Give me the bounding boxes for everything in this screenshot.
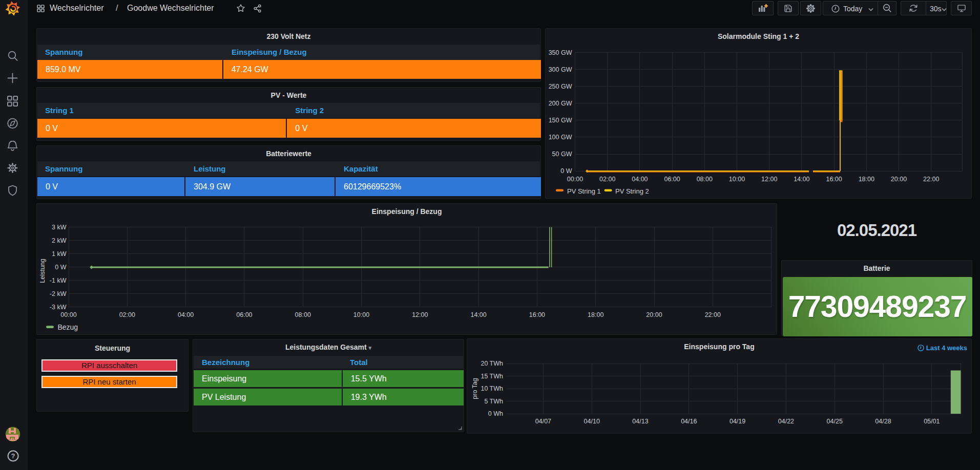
svg-text:00:00: 00:00 bbox=[567, 176, 583, 183]
svg-text:22:00: 22:00 bbox=[705, 311, 721, 318]
svg-text:18:00: 18:00 bbox=[588, 311, 603, 318]
svg-text:04/25: 04/25 bbox=[827, 418, 843, 425]
svg-text:5 TWh: 5 TWh bbox=[484, 398, 503, 405]
svg-text:16:00: 16:00 bbox=[529, 311, 545, 318]
svg-text:04/22: 04/22 bbox=[778, 418, 794, 425]
svg-text:250 GW: 250 GW bbox=[549, 83, 572, 90]
svg-text:04/16: 04/16 bbox=[681, 418, 697, 425]
svg-text:Leistung: Leistung bbox=[39, 259, 46, 283]
svg-text:06:00: 06:00 bbox=[664, 176, 680, 183]
svg-text:PV String 1: PV String 1 bbox=[567, 187, 601, 195]
svg-text:3 kW: 3 kW bbox=[52, 224, 67, 231]
svg-text:50 GW: 50 GW bbox=[552, 151, 572, 158]
svg-text:1 kW: 1 kW bbox=[52, 250, 67, 258]
svg-text:PV String 2: PV String 2 bbox=[615, 187, 649, 195]
svg-text:22:00: 22:00 bbox=[923, 176, 939, 183]
svg-text:04/10: 04/10 bbox=[584, 418, 600, 425]
svg-text:0 Wh: 0 Wh bbox=[488, 410, 503, 417]
svg-text:12:00: 12:00 bbox=[761, 176, 777, 183]
svg-text:10:00: 10:00 bbox=[729, 176, 745, 183]
svg-text:18:00: 18:00 bbox=[859, 176, 874, 183]
svg-text:08:00: 08:00 bbox=[697, 176, 713, 183]
svg-text:10:00: 10:00 bbox=[353, 311, 369, 318]
svg-text:Bezug: Bezug bbox=[57, 323, 78, 331]
svg-text:-3 kW: -3 kW bbox=[50, 304, 67, 311]
svg-text:14:00: 14:00 bbox=[794, 176, 809, 183]
svg-text:0 W: 0 W bbox=[560, 167, 572, 175]
svg-text:14:00: 14:00 bbox=[470, 311, 486, 318]
svg-text:04/13: 04/13 bbox=[632, 418, 648, 425]
svg-text:12:00: 12:00 bbox=[412, 311, 428, 318]
svg-text:02:00: 02:00 bbox=[599, 176, 615, 183]
svg-text:100 GW: 100 GW bbox=[549, 134, 572, 141]
svg-text:20 TWh: 20 TWh bbox=[481, 360, 503, 367]
svg-text:00:00: 00:00 bbox=[60, 311, 76, 318]
svg-text:-2 kW: -2 kW bbox=[50, 290, 67, 297]
svg-text:20:00: 20:00 bbox=[891, 176, 907, 183]
svg-text:04:00: 04:00 bbox=[178, 311, 194, 318]
svg-text:02:00: 02:00 bbox=[119, 311, 135, 318]
svg-text:pro Tag: pro Tag bbox=[471, 378, 478, 399]
svg-text:05/01: 05/01 bbox=[924, 418, 940, 425]
svg-text:08:00: 08:00 bbox=[295, 311, 311, 318]
svg-text:350 GW: 350 GW bbox=[549, 49, 572, 56]
svg-text:2 kW: 2 kW bbox=[52, 237, 67, 244]
svg-text:0 W: 0 W bbox=[55, 264, 66, 271]
svg-text:04/19: 04/19 bbox=[729, 418, 745, 425]
svg-text:300 GW: 300 GW bbox=[549, 66, 572, 73]
svg-text:?: ? bbox=[11, 452, 15, 460]
svg-text:04/07: 04/07 bbox=[535, 418, 551, 425]
svg-text:10 TWh: 10 TWh bbox=[481, 385, 503, 392]
svg-text:15 TWh: 15 TWh bbox=[481, 373, 503, 380]
svg-text:200 GW: 200 GW bbox=[549, 100, 572, 107]
svg-text:06:00: 06:00 bbox=[236, 311, 252, 318]
svg-text:150 GW: 150 GW bbox=[549, 117, 572, 124]
svg-text:-1 kW: -1 kW bbox=[50, 277, 67, 284]
svg-text:16:00: 16:00 bbox=[826, 176, 842, 183]
svg-text:04/28: 04/28 bbox=[875, 418, 891, 425]
svg-text:04:00: 04:00 bbox=[632, 176, 648, 183]
svg-text:20:00: 20:00 bbox=[646, 311, 662, 318]
